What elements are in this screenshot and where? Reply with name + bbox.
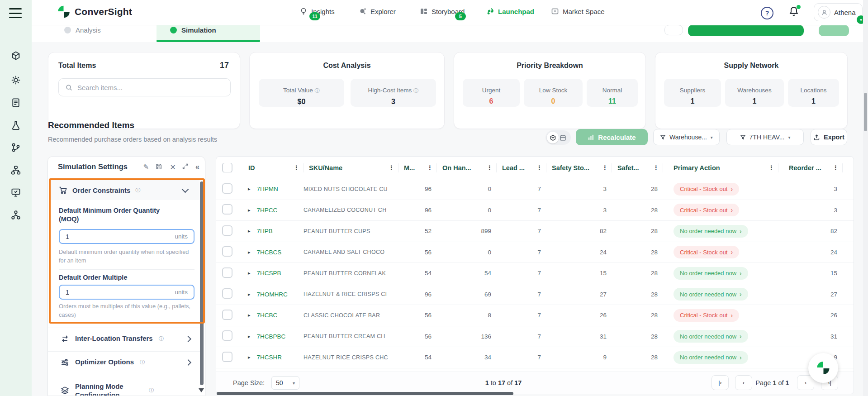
optimizer-options-section[interactable]: Optimizer Options ⓘ (48, 351, 202, 373)
table-row[interactable]: ▸7HCSHR HAZELNUT RICE CRISPS CHC 54 34 7… (216, 347, 854, 368)
primary-action-badge[interactable]: Critical - Stock out› (674, 246, 739, 258)
row-checkbox[interactable] (222, 352, 232, 362)
row-expand-icon[interactable]: ▸ (248, 249, 251, 255)
item-id-link[interactable]: 7HPCC (257, 207, 278, 214)
row-expand-icon[interactable]: ▸ (248, 270, 251, 276)
row-expand-icon[interactable]: ▸ (248, 186, 251, 192)
nav-launchpad[interactable]: Launchpad (486, 7, 534, 15)
table-row[interactable]: ▸7HPCC CARAMELIZED COCONUT CH 96 0 7 3 2… (216, 200, 854, 221)
primary-action-badge[interactable]: No order needed now› (674, 267, 748, 280)
order-constraints-header[interactable]: Order Constraints ⓘ (51, 180, 199, 200)
nav-insights[interactable]: Insights 11 (299, 7, 335, 15)
prev-page-button[interactable]: ‹ (735, 375, 752, 390)
hierarchy-icon[interactable] (11, 165, 21, 175)
column-menu-icon[interactable]: ⋮ (599, 164, 608, 171)
save-icon[interactable] (155, 163, 162, 170)
column-menu-icon[interactable]: ⋮ (650, 164, 659, 171)
row-expand-icon[interactable]: ▸ (248, 228, 251, 234)
row-checkbox[interactable] (222, 267, 232, 278)
item-id-link[interactable]: 7HCBC (257, 312, 278, 319)
info-icon[interactable]: ⓘ (413, 88, 419, 93)
primary-action-badge[interactable]: No order needed now› (674, 330, 748, 343)
monitor-icon[interactable] (11, 187, 21, 197)
order-multiple-input[interactable]: 1 units (59, 285, 194, 300)
page-scrollbar-track[interactable] (863, 0, 868, 396)
info-icon[interactable]: ⓘ (315, 88, 320, 93)
export-button[interactable]: Export (811, 129, 847, 145)
table-row[interactable]: ▸7HOMHRC HAZELNUT & RICE CRISPS CI 96 69… (216, 284, 854, 305)
cutoff-primary-button[interactable] (688, 25, 804, 36)
calendar-icon[interactable] (560, 134, 566, 141)
hamburger-menu-icon[interactable] (9, 8, 22, 18)
cutoff-small-button[interactable] (664, 25, 683, 35)
column-menu-icon[interactable]: ⋮ (424, 164, 433, 171)
select-all-checkbox[interactable] (222, 163, 232, 172)
notification-bell-icon[interactable] (789, 6, 800, 18)
column-menu-icon[interactable]: ⋮ (830, 164, 839, 171)
inter-location-transfers-section[interactable]: Inter-Location Transfers ⓘ (48, 328, 202, 349)
primary-action-badge[interactable]: Critical - Stock out› (674, 309, 739, 322)
row-expand-icon[interactable]: ▸ (248, 207, 251, 213)
table-row[interactable]: ▸7HPB PEANUT BUTTER CUPS 52 899 7 82 28 … (216, 221, 854, 242)
panel-scrollbar-thumb[interactable] (200, 181, 204, 385)
primary-action-badge[interactable]: No order needed now› (674, 351, 748, 364)
cube-icon[interactable] (547, 132, 559, 143)
row-expand-icon[interactable]: ▸ (248, 291, 251, 297)
row-expand-icon[interactable]: ▸ (248, 312, 251, 318)
nav-storyboard[interactable]: Storyboard 5 (420, 7, 465, 15)
primary-action-badge[interactable]: No order needed now› (674, 288, 748, 301)
help-icon[interactable]: ? (761, 7, 773, 19)
search-items-input[interactable]: Search items... (58, 78, 231, 96)
column-menu-icon[interactable]: ⋮ (534, 164, 542, 171)
column-menu-icon[interactable]: ⋮ (386, 164, 394, 171)
row-checkbox[interactable] (222, 225, 232, 236)
flask-icon[interactable] (11, 120, 21, 130)
edit-icon[interactable]: ✎ (143, 163, 149, 171)
location-filter-dropdown[interactable]: 7TH HEAV... ▾ (726, 129, 804, 145)
org-icon[interactable] (11, 210, 21, 220)
expand-icon[interactable] (182, 163, 189, 170)
table-row[interactable]: ▸7HCBCS CARAMEL AND SALT CHOCO 56 0 7 24… (216, 242, 854, 263)
item-id-link[interactable]: 7HPMN (257, 186, 278, 192)
first-page-button[interactable]: |‹ (711, 375, 729, 390)
page-size-select[interactable]: 50▾ (271, 376, 299, 390)
view-mode-toggle[interactable] (545, 130, 571, 145)
conversight-logo[interactable]: ConverSight (57, 5, 132, 19)
gear-icon[interactable] (11, 75, 21, 85)
item-id-link[interactable]: 7HCBCS (257, 249, 282, 256)
column-menu-icon[interactable]: ⋮ (291, 164, 299, 171)
column-menu-icon[interactable]: ⋮ (766, 164, 774, 171)
cutoff-secondary-button[interactable] (819, 25, 849, 36)
inventory-icon[interactable] (11, 51, 21, 61)
info-icon[interactable]: ⓘ (149, 387, 154, 394)
table-row[interactable]: ▸7HPMN MIXED NUTS CHOCOLATE CU 96 0 7 3 … (216, 179, 854, 200)
table-horizontal-scrollbar[interactable] (217, 392, 513, 395)
collapse-icon[interactable]: « (195, 163, 199, 171)
table-row[interactable]: ▸7HCSPB PEANUT BUTTER CORNFLAK 54 54 7 1… (216, 263, 854, 284)
item-id-link[interactable]: 7HOMHRC (257, 291, 288, 298)
row-checkbox[interactable] (222, 246, 232, 257)
info-icon[interactable]: ⓘ (140, 359, 145, 366)
info-icon[interactable]: ⓘ (135, 187, 141, 194)
tab-simulation[interactable]: Simulation (170, 26, 216, 34)
item-id-link[interactable]: 7HCSHR (257, 354, 282, 361)
info-icon[interactable]: ⓘ (159, 335, 164, 342)
primary-action-badge[interactable]: No order needed now› (674, 225, 748, 238)
assistant-chat-button[interactable] (808, 353, 838, 383)
table-row[interactable]: ▸7HCBPBC PEANUT BUTTER CREAM CH 56 136 7… (216, 326, 854, 348)
user-menu[interactable]: Athena ▾ (814, 3, 863, 21)
warehouse-filter-dropdown[interactable]: Warehouse... ▾ (653, 129, 720, 145)
row-checkbox[interactable] (222, 330, 232, 341)
item-id-link[interactable]: 7HPB (257, 228, 273, 234)
panel-scroll-down-icon[interactable] (199, 388, 204, 392)
moq-input[interactable]: 1 units (59, 229, 194, 244)
row-checkbox[interactable] (222, 183, 232, 194)
row-expand-icon[interactable]: ▸ (248, 334, 251, 339)
primary-action-badge[interactable]: Critical - Stock out› (674, 204, 739, 216)
branch-icon[interactable] (11, 143, 21, 153)
row-checkbox[interactable] (222, 288, 232, 299)
form-icon[interactable] (11, 98, 21, 108)
close-icon[interactable]: ✕ (170, 163, 176, 172)
row-checkbox[interactable] (222, 310, 232, 320)
tab-analysis[interactable]: Analysis (64, 26, 101, 34)
